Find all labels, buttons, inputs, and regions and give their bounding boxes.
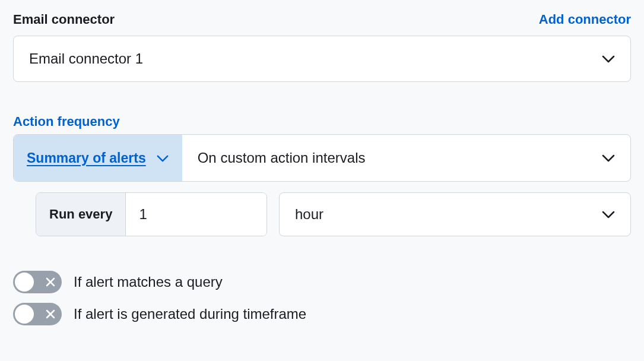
alert-during-timeframe-label: If alert is generated during timeframe (74, 306, 306, 322)
toggle-thumb (15, 273, 34, 292)
add-connector-link[interactable]: Add connector (539, 12, 631, 27)
run-every-unit-value: hour (295, 206, 323, 223)
action-frequency-row: Summary of alerts On custom action inter… (13, 134, 631, 182)
email-connector-value: Email connector 1 (29, 50, 143, 67)
run-every-input[interactable] (126, 193, 267, 236)
action-interval-value: On custom action intervals (198, 150, 366, 166)
alert-during-timeframe-toggle[interactable] (13, 303, 62, 325)
chevron-down-icon (602, 55, 615, 63)
email-connector-select[interactable]: Email connector 1 (13, 36, 631, 82)
toggle-thumb (15, 305, 34, 324)
summary-of-alerts-select[interactable]: Summary of alerts (14, 135, 182, 181)
action-frequency-label: Action frequency (13, 114, 631, 129)
email-connector-label: Email connector (13, 12, 115, 27)
alert-matches-query-label: If alert matches a query (74, 274, 223, 290)
chevron-down-icon (602, 210, 615, 218)
alert-matches-query-toggle[interactable] (13, 271, 62, 293)
run-every-unit-select[interactable]: hour (279, 192, 631, 236)
chevron-down-icon (602, 154, 615, 162)
x-icon (45, 277, 56, 287)
run-every-label: Run every (36, 193, 126, 236)
action-interval-select[interactable]: On custom action intervals (182, 135, 630, 181)
chevron-down-icon (157, 154, 169, 162)
summary-of-alerts-label: Summary of alerts (27, 150, 146, 166)
run-every-group: Run every (36, 192, 267, 236)
x-icon (45, 309, 56, 319)
